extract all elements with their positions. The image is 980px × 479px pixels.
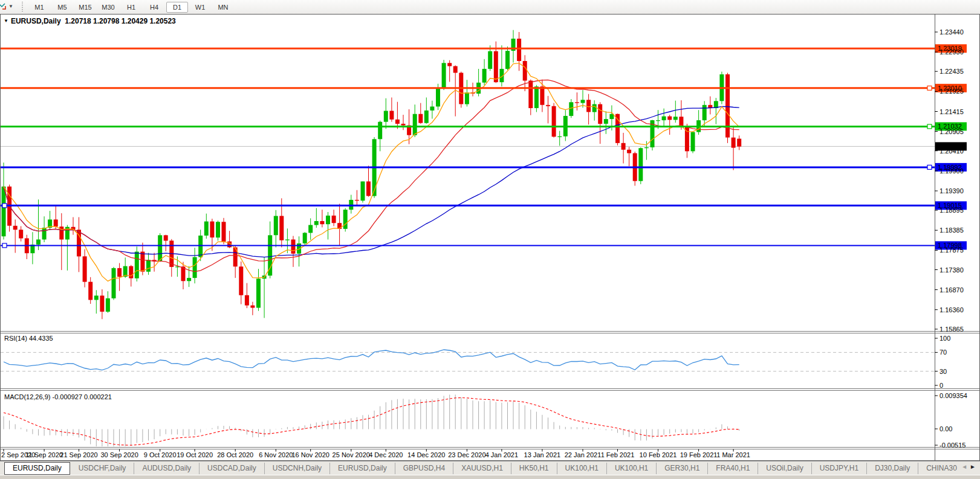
candle — [222, 222, 226, 242]
candle — [615, 114, 620, 143]
timeframe-button-w1[interactable]: W1 — [189, 2, 211, 13]
timeframe-toolbar: M1M5M15M30H1H4D1W1MN — [28, 1, 235, 13]
macd-histogram — [4, 394, 739, 446]
toolbar-grip[interactable] — [22, 2, 23, 12]
tab-scroll-left-button[interactable]: ◄ — [961, 463, 970, 470]
date-label: 21 Sep 2020 — [60, 451, 97, 458]
timeframe-button-h1[interactable]: H1 — [120, 2, 142, 13]
date-label: 9 Oct 2020 — [144, 451, 177, 458]
macd-signal-line — [4, 398, 739, 446]
candle — [662, 117, 666, 121]
chart-plot[interactable]: 1.230191.220101.210321.199921.190151.179… — [0, 14, 980, 461]
chart-tab-dj30-daily[interactable]: DJ30,Daily — [867, 463, 918, 474]
ma-mid-line — [4, 80, 739, 271]
timeframe-button-m15[interactable]: M15 — [74, 2, 96, 13]
price-tick-label: 1.16870 — [939, 286, 964, 294]
candle — [691, 132, 695, 152]
candle — [100, 295, 104, 312]
line-handle[interactable] — [927, 86, 932, 90]
date-label: 11 Sep 2020 — [25, 451, 63, 458]
candle — [193, 257, 197, 278]
candle — [378, 122, 382, 140]
line-handle[interactable] — [927, 124, 932, 129]
candle — [285, 240, 290, 240]
chart-tab-bar: EURUSD,DailyUSDCHF,DailyAUDUSD,DailyUSDC… — [0, 461, 980, 475]
chart-window[interactable]: 1.230191.220101.210321.199921.190151.179… — [0, 14, 980, 461]
candle — [308, 225, 313, 233]
date-label: 19 Feb 2021 — [680, 451, 718, 458]
chart-tab-ger30-h1[interactable]: GER30,H1 — [657, 463, 708, 474]
candle — [250, 306, 255, 308]
chart-tab-usdchf-daily[interactable]: USDCHF,Daily — [71, 463, 135, 474]
chart-tab-uk100-h1[interactable]: UK100,H1 — [557, 463, 607, 474]
chart-tab-eurusd-daily[interactable]: EURUSD,Daily — [330, 463, 395, 474]
chart-tab-hk50-h1[interactable]: HK50,H1 — [511, 463, 557, 474]
rsi-tick-label: 0 — [939, 382, 943, 389]
candle — [604, 119, 608, 124]
date-label: 30 Sep 2020 — [100, 451, 138, 458]
candle — [575, 102, 579, 103]
candle — [36, 240, 41, 245]
date-label: 22 Jan 2021 — [565, 451, 602, 458]
candle — [129, 266, 133, 278]
candle — [117, 268, 122, 277]
candle — [355, 200, 359, 201]
timeframe-button-d1[interactable]: D1 — [166, 2, 188, 13]
chart-tab-usoil-daily[interactable]: USOil,Daily — [758, 463, 811, 474]
timeframe-button-m5[interactable]: M5 — [51, 2, 73, 13]
candle — [164, 235, 168, 240]
candle — [83, 256, 87, 281]
candle — [517, 39, 521, 61]
macd-indicator-label: MACD(12,26,9) -0.000927 0.000221 — [4, 393, 112, 400]
candle — [528, 81, 533, 109]
candle — [447, 63, 452, 66]
chart-tab-uk100-h1[interactable]: UK100,H1 — [607, 463, 657, 474]
rsi-line — [4, 350, 739, 370]
candle — [644, 147, 649, 148]
candle — [54, 219, 58, 227]
chart-tab-gbpusd-h4[interactable]: GBPUSD,H4 — [395, 463, 453, 474]
candle — [384, 111, 388, 122]
candle — [94, 295, 99, 300]
candle — [135, 252, 139, 278]
chart-tab-china300-h1[interactable]: CHINA300,H1 — [918, 463, 957, 474]
chart-tab-usdcnh-daily[interactable]: USDCNH,Daily — [265, 463, 330, 474]
line-handle[interactable] — [2, 243, 7, 248]
candle — [19, 230, 23, 238]
timeframe-button-m1[interactable]: M1 — [28, 2, 50, 13]
timeframe-button-h4[interactable]: H4 — [143, 2, 165, 13]
chart-tab-xauusd-h1[interactable]: XAUUSD,H1 — [453, 463, 511, 474]
date-label: 25 Nov 2020 — [333, 451, 370, 458]
chevron-down-icon[interactable]: ▼ — [8, 4, 13, 10]
tab-scroll-right-button[interactable]: ► — [970, 463, 978, 470]
candle — [488, 51, 492, 69]
candle — [534, 86, 539, 108]
line-handle[interactable] — [927, 165, 932, 169]
chart-tab-audusd-daily[interactable]: AUDUSD,Daily — [134, 463, 200, 474]
price-tick-label: 1.22435 — [939, 68, 964, 75]
candle — [581, 100, 585, 103]
candle — [332, 216, 336, 223]
date-label: 19 Oct 2020 — [177, 451, 213, 458]
chart-title-dropdown-icon[interactable]: ▼ — [4, 18, 8, 24]
chart-tab-fra40-h1[interactable]: FRA40,H1 — [708, 463, 758, 474]
rsi-indicator-label: RSI(14) 44.4335 — [4, 335, 53, 342]
line-handle[interactable] — [2, 204, 7, 208]
timeframe-button-mn[interactable]: MN — [212, 2, 234, 13]
candle — [424, 111, 429, 123]
chart-tab-eurusd-daily[interactable]: EURUSD,Daily — [4, 462, 70, 475]
chart-tab-usdjpy-h1[interactable]: USDJPY,H1 — [812, 463, 867, 474]
chart-tab-usdcad-daily[interactable]: USDCAD,Daily — [200, 463, 265, 474]
candle — [557, 137, 562, 137]
candle — [656, 120, 660, 121]
candle — [540, 86, 544, 105]
candle — [320, 221, 324, 224]
date-label: 13 Jan 2021 — [524, 451, 561, 458]
indicator-icon[interactable] — [0, 2, 7, 11]
candle — [187, 278, 191, 281]
rsi-tick-label: 100 — [939, 335, 950, 342]
price-tick-label: 1.16360 — [939, 306, 964, 313]
ma-fast-line — [4, 63, 739, 281]
chart-border — [1, 14, 980, 461]
timeframe-button-m30[interactable]: M30 — [97, 2, 119, 13]
